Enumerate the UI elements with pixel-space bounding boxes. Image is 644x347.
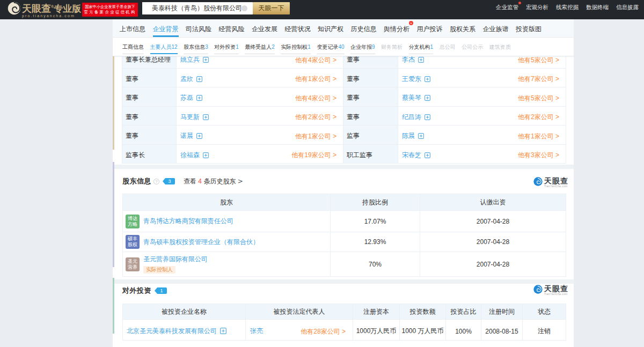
subtab-label: 工商信息: [122, 44, 144, 50]
staff-name-link[interactable]: 姚立兵: [180, 56, 200, 63]
sub-tab[interactable]: 建筑资质: [489, 40, 511, 54]
expand-plus-icon[interactable]: [418, 57, 424, 63]
top-menu-item[interactable]: 线索挖掘: [556, 4, 579, 11]
ratio-value: 100%: [455, 328, 472, 335]
sub-tab[interactable]: 实际控制权1: [281, 40, 311, 54]
invested-company-link[interactable]: 北京圣元美泰科技发展有限公司: [127, 327, 217, 335]
legal-rep-companies-link[interactable]: 他有28家公司 >: [301, 327, 346, 336]
staff-name-link[interactable]: 苏磊: [180, 94, 193, 101]
main-tab[interactable]: 股权关系: [450, 21, 475, 37]
shareholder-name-link[interactable]: 圣元营养国际有限公司: [143, 255, 208, 263]
main-tab[interactable]: 用户投诉: [417, 21, 443, 37]
shareholder-name-link[interactable]: 青岛博达方略商贸有限责任公司: [143, 217, 233, 225]
section-indicator-investments: [113, 278, 114, 334]
expand-plus-icon[interactable]: [203, 57, 209, 63]
investments-column-header: 注册资本: [353, 304, 400, 320]
main-tab[interactable]: 企业背景: [153, 21, 179, 37]
sub-tab[interactable]: 工商信息: [122, 40, 144, 54]
avatar-line: 博达: [126, 216, 140, 222]
sub-tab[interactable]: 股东信息3: [184, 40, 208, 54]
staff-companies-link[interactable]: 他有5家公司 >: [518, 55, 559, 64]
search-button[interactable]: 天眼一下: [253, 2, 290, 14]
expand-plus-icon[interactable]: [425, 95, 430, 101]
search-input[interactable]: 美泰科技（青岛）股份有限公司: [142, 2, 253, 14]
staff-person-cell: 徐福森 他有19家公司 >: [177, 144, 343, 164]
sub-tab[interactable]: 企业年报9: [350, 40, 375, 54]
expand-plus-icon[interactable]: [196, 133, 202, 139]
main-tab[interactable]: 知识产权: [318, 21, 343, 37]
subtab-underline: [184, 54, 208, 54]
staff-name-link[interactable]: 徐福森: [180, 151, 200, 159]
main-tab[interactable]: 上市信息: [120, 21, 145, 37]
main-tab[interactable]: 历史信息: [351, 21, 377, 37]
search-clear-icon[interactable]: [241, 5, 247, 11]
staff-position-label: 董事: [126, 113, 138, 121]
shareholder-name-link[interactable]: 青岛硕丰股权投资管理企业（有限合伙）: [143, 238, 259, 246]
sub-tab[interactable]: 主要人员12: [150, 40, 178, 54]
top-menu-item[interactable]: 企业监管: [496, 4, 518, 11]
main-tab[interactable]: 舆情分析+: [384, 21, 409, 37]
staff-name-link[interactable]: 陈晨: [402, 132, 415, 139]
staff-companies-link[interactable]: 他有1家公司 >: [518, 131, 559, 141]
sub-tab[interactable]: 公司公示: [462, 40, 483, 54]
registration-date: 2008-08-15: [481, 320, 523, 341]
staff-companies-link[interactable]: 他有2家公司 >: [518, 113, 559, 122]
help-icon[interactable]: ?: [153, 179, 159, 184]
staff-companies-link[interactable]: 他有2家公司 >: [295, 113, 336, 122]
expand-plus-icon[interactable]: [418, 133, 424, 139]
staff-companies-link[interactable]: 他有4家公司 >: [295, 93, 336, 102]
main-tab-label: 司法风险: [186, 25, 211, 34]
main-tab[interactable]: 经营风险: [219, 21, 245, 37]
expand-plus-icon[interactable]: [203, 114, 209, 120]
staff-name-link[interactable]: 王爱东: [402, 75, 421, 83]
staff-companies-link[interactable]: 他有1家公司 >: [295, 131, 336, 141]
sub-tab[interactable]: 分支机构1: [409, 40, 434, 54]
staff-companies-link[interactable]: 他有4家公司 >: [295, 55, 336, 64]
expand-plus-icon[interactable]: [425, 152, 430, 158]
top-menu-label: 信息披露: [616, 4, 639, 10]
sub-tab[interactable]: 财务简析: [381, 40, 402, 54]
sub-tab[interactable]: 最终受益人2: [245, 40, 275, 54]
staff-position: 监事长: [122, 144, 177, 164]
staff-name-link[interactable]: 李杰: [402, 56, 415, 63]
staff-name-link[interactable]: 宋春芝: [402, 151, 421, 159]
staff-name-link[interactable]: 蔡美琴: [402, 94, 421, 101]
top-menu-item[interactable]: 信息披露: [616, 4, 639, 11]
sub-tab[interactable]: 变更记录40: [317, 40, 344, 54]
main-tab[interactable]: 企业发展: [252, 21, 277, 37]
staff-name-link[interactable]: 孟欣: [180, 75, 193, 83]
subtab-count: 1: [236, 44, 239, 50]
staff-companies-link[interactable]: 他有3家公司 >: [518, 151, 559, 160]
date-value: 2007-04-28: [477, 238, 509, 246]
expand-plus-icon[interactable]: [196, 76, 202, 82]
staff-companies-link[interactable]: 他有7家公司 >: [518, 75, 559, 84]
staff-name-link[interactable]: 马更新: [180, 113, 200, 121]
main-tab[interactable]: 经营状况: [285, 21, 311, 37]
staff-companies-link[interactable]: 他有1家公司 >: [295, 75, 336, 84]
investments-title: 对外投资: [122, 286, 151, 296]
active-tab-underline: [153, 35, 179, 37]
main-tab[interactable]: 投资版图: [516, 21, 541, 37]
expand-plus-icon[interactable]: [196, 95, 202, 101]
sub-tab[interactable]: 对外投资1: [214, 40, 239, 54]
expand-plus-icon[interactable]: [203, 152, 209, 158]
staff-position: 董事: [122, 106, 177, 125]
staff-companies-link[interactable]: 他有5家公司 >: [518, 93, 559, 102]
main-tab-label: 知识产权: [318, 25, 343, 34]
history-shareholders-link[interactable]: 查看 4 条历史股东 >: [184, 177, 243, 186]
expand-plus-icon[interactable]: [220, 328, 226, 334]
staff-name-link[interactable]: 谌晨: [180, 132, 193, 139]
tianyancha-logo[interactable]: 天眼查®专业版 pro.tianyancha.com: [8, 2, 81, 18]
expand-plus-icon[interactable]: [425, 76, 430, 82]
top-menu: 企业监管宏观分析线索挖掘数据终端信息披露: [488, 0, 639, 14]
expand-plus-icon[interactable]: [425, 114, 430, 120]
top-menu-item[interactable]: 宏观分析: [526, 4, 548, 11]
top-menu-item[interactable]: 数据终端: [586, 4, 609, 11]
staff-name-link[interactable]: 纪昌涛: [402, 113, 421, 121]
main-tab[interactable]: 企业族谱: [483, 21, 509, 37]
legal-rep-link[interactable]: 张亮: [250, 327, 263, 335]
section-indicator-shareholders: [113, 162, 114, 267]
sub-tab[interactable]: 总公司: [440, 40, 456, 54]
staff-companies-link[interactable]: 他有19家公司 >: [291, 151, 336, 160]
main-tab[interactable]: 司法风险: [186, 21, 211, 37]
